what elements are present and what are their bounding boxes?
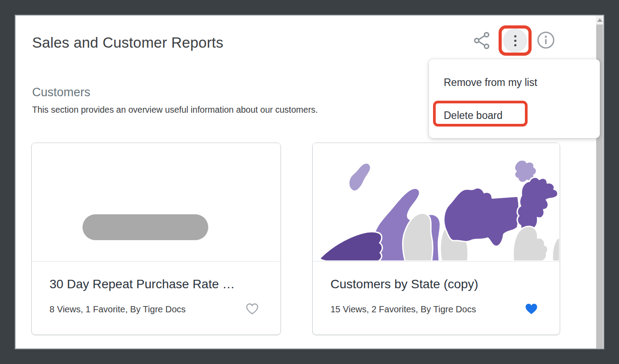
info-button[interactable] bbox=[536, 30, 556, 50]
menu-item-delete-board[interactable]: Delete board bbox=[444, 105, 503, 126]
info-icon bbox=[536, 45, 556, 51]
context-menu: Remove from my list Delete board bbox=[429, 59, 600, 138]
heart-filled-icon bbox=[524, 310, 538, 317]
favorite-button[interactable] bbox=[245, 303, 259, 316]
page-title: Sales and Customer Reports bbox=[32, 34, 223, 51]
screenshot-frame: Sales and Customer Reports bbox=[0, 0, 619, 364]
favorite-button[interactable] bbox=[524, 303, 538, 316]
section-heading: Customers bbox=[32, 86, 91, 99]
menu-item-remove-from-list[interactable]: Remove from my list bbox=[444, 72, 537, 93]
card-thumbnail-placeholder bbox=[32, 143, 281, 262]
share-button[interactable] bbox=[472, 30, 492, 51]
chevron-up-icon bbox=[597, 18, 602, 22]
placeholder-pill bbox=[83, 214, 208, 240]
more-options-button[interactable] bbox=[503, 29, 527, 53]
card-thumbnail-map bbox=[313, 143, 560, 262]
section-description: This section provides an overview useful… bbox=[32, 105, 318, 115]
more-vertical-icon bbox=[514, 35, 516, 37]
choropleth-map-thumbnail bbox=[313, 143, 560, 261]
more-menu-annotation-box bbox=[499, 25, 532, 56]
board-page: Sales and Customer Reports bbox=[15, 15, 604, 349]
board-item-card-repeat-purchase[interactable]: 30 Day Repeat Purchase Rate … 8 Views, 1… bbox=[31, 143, 281, 335]
board-item-card-customers-by-state[interactable]: Customers by State (copy) 15 Views, 2 Fa… bbox=[312, 143, 560, 335]
card-meta: 15 Views, 2 Favorites, By Tigre Docs bbox=[330, 304, 476, 315]
card-meta: 8 Views, 1 Favorite, By Tigre Docs bbox=[50, 304, 186, 315]
card-title: 30 Day Repeat Purchase Rate … bbox=[50, 276, 263, 293]
card-title: Customers by State (copy) bbox=[330, 276, 542, 293]
heart-outline-icon bbox=[245, 310, 259, 317]
scroll-up-button[interactable] bbox=[596, 16, 603, 25]
share-icon bbox=[472, 45, 492, 52]
